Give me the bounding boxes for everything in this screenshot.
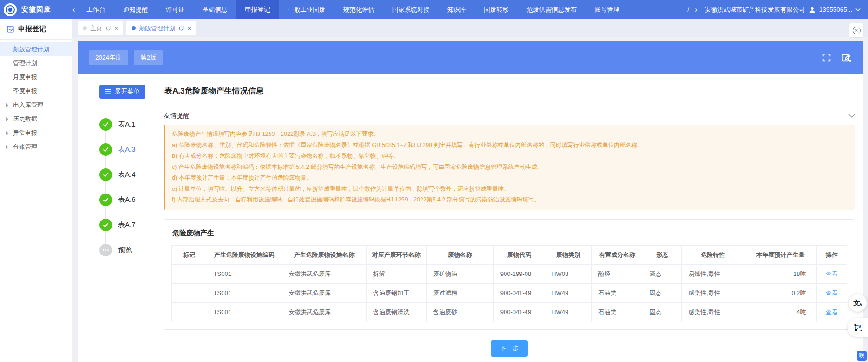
cell: 感染性,毒性 [682, 283, 744, 302]
nav-item-8[interactable]: 知识库 [439, 0, 475, 19]
reminder-line-0: 危险废物产生情况填写内容参见HJ 1259—2022附录 A.3，填写应满足以下… [172, 129, 848, 140]
tab-new-management-plan[interactable]: 新版管理计划 × [126, 21, 196, 35]
step-label[interactable]: 表A.3 [118, 145, 136, 154]
form-card: 展开菜单 表A.1表A.3表A.4表A.6表A.7预览 表A.3危险废物产生情况… [78, 74, 863, 362]
cell: 含油废钢清洗 [366, 302, 426, 322]
nav-item-7[interactable]: 国家系统对接 [383, 0, 439, 19]
table-header-row: 标记产生危险废物设施编码产生危险废物设施名称对应产废环节名称废物名称废物代码废物… [172, 245, 847, 264]
close-icon[interactable]: × [114, 25, 118, 32]
tab-home[interactable]: 主页 × [78, 21, 123, 35]
close-icon[interactable]: × [187, 25, 191, 32]
sidebar-item-3[interactable]: 季度申报 [0, 84, 72, 98]
column-header-6: 废物类别 [545, 245, 592, 264]
cell: 固态 [643, 302, 682, 322]
step-label[interactable]: 表A.1 [118, 120, 136, 129]
version-badge[interactable]: 第2版 [134, 50, 163, 65]
sidebar-item-2[interactable]: 月度申报 [0, 70, 72, 84]
cell: HW49 [545, 283, 592, 302]
sidebar-item-5[interactable]: 历史数据 [0, 112, 72, 126]
refresh-icon[interactable] [105, 26, 111, 31]
nav-item-6[interactable]: 规范化评估 [334, 0, 383, 19]
nav-item-2[interactable]: 许可证 [157, 0, 194, 19]
reminder-header[interactable]: 友情提醒 [164, 107, 855, 125]
view-link[interactable]: 查看 [826, 308, 838, 315]
cell: 查看 [816, 302, 847, 322]
year-badge[interactable]: 2024年度 [89, 50, 128, 65]
step-label[interactable]: 预览 [118, 246, 132, 255]
form-area: 表A.3危险废物产生情况信息 友情提醒 危险废物产生情况填写内容参见HJ 125… [164, 74, 863, 362]
step-label[interactable]: 表A.4 [118, 170, 136, 179]
step-check-icon [99, 143, 112, 156]
nav-scroll-left-icon[interactable]: ‹ [70, 6, 78, 14]
topbar: 安徽固废 ‹ 工作台通知提醒许可证基础信息申报登记一般工业固废规范化评估国家系统… [0, 0, 868, 19]
sidebar-item-7[interactable]: 台账管理 [0, 140, 72, 154]
sidebar-item-label: 季度申报 [13, 87, 37, 95]
assist-badge[interactable]: 联 [857, 351, 867, 361]
section-title: 危险废物产生 [171, 227, 847, 245]
table-row-0: TS001安徽洪武危废库拆解废矿物油900-199-08HW08酚烃液态易燃性,… [172, 264, 847, 283]
cell: 安徽洪武危废库 [282, 302, 367, 322]
account-area[interactable]: 安徽洪武城市矿产科技发展有限公司 13955065... [700, 6, 868, 14]
network-icon [853, 322, 863, 333]
expand-menu-button[interactable]: 展开菜单 [99, 85, 145, 99]
expand-caret-icon [6, 131, 8, 135]
reminder-line-1: a) 危险废物名称、类别、代码和危险特性：依据《国家危险废物名录》或根据 GB … [172, 140, 848, 151]
cell: 含油废砂 [426, 302, 493, 322]
fullscreen-icon[interactable] [822, 53, 832, 63]
column-header-5: 废物代码 [493, 245, 545, 264]
network-widget[interactable] [848, 318, 868, 337]
step-表A.6[interactable]: 表A.6 [99, 187, 164, 212]
reminder-title: 友情提醒 [164, 112, 190, 120]
register-doc-icon [7, 25, 14, 33]
sidebar-item-4[interactable]: 出入库管理 [0, 98, 72, 112]
sidebar-item-1[interactable]: 管理计划 [0, 56, 72, 70]
nav-item-11[interactable]: 账号管理 [585, 0, 628, 19]
nav-scroll-right-icon[interactable]: › [692, 6, 700, 14]
nav-item-5[interactable]: 一般工业固废 [279, 0, 334, 19]
cell [172, 302, 207, 322]
reminder-line-5: e) 计量单位：填写吨。以升、立方米等体积计量的，应折算成重量吨；以个数作为计量… [172, 184, 848, 195]
sidebar-item-0[interactable]: 新版管理计划 [0, 42, 72, 56]
step-表A.7[interactable]: 表A.7 [99, 212, 164, 237]
cell: 易燃性,毒性 [682, 264, 744, 283]
sidebar-item-6[interactable]: 异常申报 [0, 126, 72, 140]
step-表A.1[interactable]: 表A.1 [99, 112, 164, 137]
cell: 安徽洪武危废库 [282, 264, 367, 283]
table-row-1: TS001安徽洪武危废库含油废钢加工废过滤棉900-041-49HW49石油类固… [172, 283, 847, 302]
column-header-4: 废物名称 [426, 245, 493, 264]
step-check-icon [99, 194, 112, 206]
nav-item-0[interactable]: 工作台 [78, 0, 114, 19]
column-header-8: 形态 [643, 245, 682, 264]
view-link[interactable]: 查看 [826, 289, 838, 296]
step-表A.3[interactable]: 表A.3 [99, 137, 164, 162]
step-表A.4[interactable]: 表A.4 [99, 162, 164, 187]
close-all-tabs-button[interactable]: × [849, 23, 863, 37]
step-label[interactable]: 表A.7 [118, 221, 136, 229]
sidebar: 申报登记 新版管理计划管理计划月度申报季度申报出入库管理历史数据异常申报台账管理 [0, 19, 72, 362]
tab-dot-icon [132, 26, 136, 30]
step-预览[interactable]: 预览 [99, 237, 164, 262]
cell: 900-041-49 [493, 283, 545, 302]
step-check-icon [99, 118, 112, 131]
nav-item-10[interactable]: 危废供需信息发布 [518, 0, 585, 19]
edit-disabled-icon[interactable] [841, 53, 852, 63]
nav-item-4[interactable]: 申报登记 [236, 0, 279, 19]
cell: 含油废钢加工 [366, 283, 426, 302]
refresh-icon[interactable] [178, 26, 184, 31]
step-list: 表A.1表A.3表A.4表A.6表A.7预览 [99, 112, 164, 262]
translate-widget[interactable]: 文 A [849, 294, 867, 312]
app-window: 安徽固废 ‹ 工作台通知提醒许可证基础信息申报登记一般工业固废规范化评估国家系统… [0, 0, 868, 362]
collapse-chevron-icon[interactable] [848, 114, 855, 118]
cell: 安徽洪武危废库 [282, 283, 367, 302]
nav-item-partial[interactable]: / [687, 6, 692, 13]
cell: 废过滤棉 [426, 283, 493, 302]
next-step-button[interactable]: 下一步 [491, 340, 528, 357]
cell: 4吨 [744, 302, 816, 322]
nav-item-1[interactable]: 通知提醒 [114, 0, 157, 19]
content-wrap: 2024年度 第2版 [78, 41, 863, 362]
nav-item-9[interactable]: 固废转移 [475, 0, 518, 19]
step-label[interactable]: 表A.6 [118, 195, 136, 204]
view-link[interactable]: 查看 [826, 270, 838, 277]
cell: 石油类 [592, 283, 643, 302]
nav-item-3[interactable]: 基础信息 [193, 0, 236, 19]
